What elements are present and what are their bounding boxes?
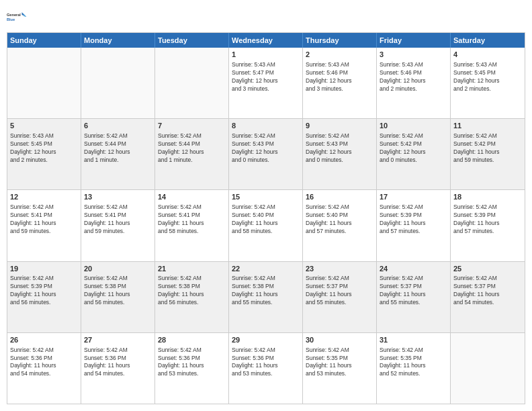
day-number: 27 [84, 335, 152, 345]
cell-info: Sunrise: 5:42 AM Sunset: 5:36 PM Dayligh… [84, 347, 152, 379]
cell-info: Sunrise: 5:42 AM Sunset: 5:38 PM Dayligh… [158, 275, 226, 307]
cell-info: Sunrise: 5:42 AM Sunset: 5:39 PM Dayligh… [10, 275, 78, 307]
table-row: 7Sunrise: 5:42 AM Sunset: 5:44 PM Daylig… [155, 119, 229, 189]
table-row: 24Sunrise: 5:42 AM Sunset: 5:37 PM Dayli… [377, 262, 451, 332]
day-number: 22 [232, 264, 300, 274]
header-thursday: Thursday [303, 33, 377, 48]
calendar-row-3: 12Sunrise: 5:42 AM Sunset: 5:41 PM Dayli… [7, 190, 525, 261]
day-number: 26 [10, 335, 78, 345]
table-row: 11Sunrise: 5:42 AM Sunset: 5:42 PM Dayli… [451, 119, 525, 189]
day-number: 21 [158, 264, 226, 274]
day-number: 19 [10, 264, 78, 274]
table-row: 23Sunrise: 5:42 AM Sunset: 5:37 PM Dayli… [303, 262, 377, 332]
svg-text:General: General [7, 13, 21, 17]
day-number: 29 [232, 335, 300, 345]
day-number: 30 [306, 335, 373, 345]
cell-info: Sunrise: 5:42 AM Sunset: 5:38 PM Dayligh… [84, 275, 152, 307]
cell-info: Sunrise: 5:42 AM Sunset: 5:36 PM Dayligh… [232, 347, 300, 379]
day-number: 23 [306, 264, 373, 274]
cell-info: Sunrise: 5:43 AM Sunset: 5:47 PM Dayligh… [232, 61, 300, 93]
day-number: 4 [453, 50, 522, 60]
table-row: 26Sunrise: 5:42 AM Sunset: 5:36 PM Dayli… [7, 333, 81, 404]
header-friday: Friday [377, 33, 451, 48]
calendar-row-5: 26Sunrise: 5:42 AM Sunset: 5:36 PM Dayli… [7, 333, 525, 404]
day-number: 10 [380, 121, 447, 131]
cell-info: Sunrise: 5:42 AM Sunset: 5:41 PM Dayligh… [84, 203, 152, 236]
day-number: 20 [84, 264, 152, 274]
cell-info: Sunrise: 5:42 AM Sunset: 5:37 PM Dayligh… [453, 275, 522, 307]
header-sunday: Sunday [7, 33, 81, 48]
calendar-row-4: 19Sunrise: 5:42 AM Sunset: 5:39 PM Dayli… [7, 262, 525, 333]
day-number: 24 [380, 264, 447, 274]
day-number: 11 [453, 121, 522, 131]
table-row [155, 48, 229, 118]
calendar: Sunday Monday Tuesday Wednesday Thursday… [7, 32, 525, 404]
table-row: 10Sunrise: 5:42 AM Sunset: 5:42 PM Dayli… [377, 119, 451, 189]
day-number: 16 [306, 192, 373, 202]
table-row: 8Sunrise: 5:42 AM Sunset: 5:43 PM Daylig… [229, 119, 303, 189]
cell-info: Sunrise: 5:42 AM Sunset: 5:42 PM Dayligh… [453, 132, 522, 165]
cell-info: Sunrise: 5:42 AM Sunset: 5:40 PM Dayligh… [306, 203, 373, 236]
day-number: 9 [306, 121, 373, 131]
table-row: 3Sunrise: 5:43 AM Sunset: 5:46 PM Daylig… [377, 48, 451, 118]
table-row: 15Sunrise: 5:42 AM Sunset: 5:40 PM Dayli… [229, 190, 303, 261]
cell-info: Sunrise: 5:42 AM Sunset: 5:39 PM Dayligh… [453, 203, 522, 236]
header-wednesday: Wednesday [229, 33, 303, 48]
day-number: 13 [84, 192, 152, 202]
table-row: 31Sunrise: 5:42 AM Sunset: 5:35 PM Dayli… [377, 333, 451, 404]
cell-info: Sunrise: 5:42 AM Sunset: 5:41 PM Dayligh… [158, 203, 226, 236]
header-tuesday: Tuesday [155, 33, 229, 48]
table-row: 12Sunrise: 5:42 AM Sunset: 5:41 PM Dayli… [7, 190, 81, 261]
calendar-header: Sunday Monday Tuesday Wednesday Thursday… [7, 33, 525, 48]
day-number: 12 [10, 192, 78, 202]
table-row [81, 48, 155, 118]
table-row: 28Sunrise: 5:42 AM Sunset: 5:36 PM Dayli… [155, 333, 229, 404]
calendar-body: 1Sunrise: 5:43 AM Sunset: 5:47 PM Daylig… [7, 48, 525, 404]
cell-info: Sunrise: 5:42 AM Sunset: 5:36 PM Dayligh… [10, 347, 78, 379]
cell-info: Sunrise: 5:42 AM Sunset: 5:42 PM Dayligh… [380, 132, 447, 165]
table-row: 19Sunrise: 5:42 AM Sunset: 5:39 PM Dayli… [7, 262, 81, 332]
cell-info: Sunrise: 5:42 AM Sunset: 5:44 PM Dayligh… [84, 132, 152, 165]
day-number: 3 [380, 50, 447, 60]
cell-info: Sunrise: 5:42 AM Sunset: 5:35 PM Dayligh… [306, 347, 373, 379]
cell-info: Sunrise: 5:42 AM Sunset: 5:41 PM Dayligh… [10, 203, 78, 236]
cell-info: Sunrise: 5:42 AM Sunset: 5:39 PM Dayligh… [380, 203, 447, 236]
cell-info: Sunrise: 5:43 AM Sunset: 5:46 PM Dayligh… [380, 61, 447, 93]
day-number: 8 [232, 121, 300, 131]
svg-marker-3 [23, 13, 26, 17]
table-row [7, 48, 81, 118]
table-row: 25Sunrise: 5:42 AM Sunset: 5:37 PM Dayli… [451, 262, 525, 332]
day-number: 6 [84, 121, 152, 131]
table-row: 21Sunrise: 5:42 AM Sunset: 5:38 PM Dayli… [155, 262, 229, 332]
day-number: 17 [380, 192, 447, 202]
header-monday: Monday [81, 33, 155, 48]
cell-info: Sunrise: 5:42 AM Sunset: 5:40 PM Dayligh… [232, 203, 300, 236]
day-number: 15 [232, 192, 300, 202]
day-number: 31 [380, 335, 447, 345]
cell-info: Sunrise: 5:42 AM Sunset: 5:38 PM Dayligh… [232, 275, 300, 307]
table-row [451, 333, 525, 404]
cell-info: Sunrise: 5:43 AM Sunset: 5:45 PM Dayligh… [10, 132, 78, 165]
table-row: 14Sunrise: 5:42 AM Sunset: 5:41 PM Dayli… [155, 190, 229, 261]
table-row: 20Sunrise: 5:42 AM Sunset: 5:38 PM Dayli… [81, 262, 155, 332]
table-row: 16Sunrise: 5:42 AM Sunset: 5:40 PM Dayli… [303, 190, 377, 261]
page: GeneralBlue Sunday Monday Tuesday Wednes… [0, 0, 532, 411]
table-row: 18Sunrise: 5:42 AM Sunset: 5:39 PM Dayli… [451, 190, 525, 261]
table-row: 2Sunrise: 5:43 AM Sunset: 5:46 PM Daylig… [303, 48, 377, 118]
day-number: 25 [453, 264, 522, 274]
table-row: 27Sunrise: 5:42 AM Sunset: 5:36 PM Dayli… [81, 333, 155, 404]
cell-info: Sunrise: 5:42 AM Sunset: 5:36 PM Dayligh… [158, 347, 226, 379]
table-row: 22Sunrise: 5:42 AM Sunset: 5:38 PM Dayli… [229, 262, 303, 332]
day-number: 5 [10, 121, 78, 131]
calendar-row-1: 1Sunrise: 5:43 AM Sunset: 5:47 PM Daylig… [7, 48, 525, 119]
table-row: 30Sunrise: 5:42 AM Sunset: 5:35 PM Dayli… [303, 333, 377, 404]
calendar-row-2: 5Sunrise: 5:43 AM Sunset: 5:45 PM Daylig… [7, 119, 525, 190]
day-number: 1 [232, 50, 300, 60]
day-number: 18 [453, 192, 522, 202]
table-row: 29Sunrise: 5:42 AM Sunset: 5:36 PM Dayli… [229, 333, 303, 404]
header: GeneralBlue [7, 7, 525, 27]
table-row: 9Sunrise: 5:42 AM Sunset: 5:43 PM Daylig… [303, 119, 377, 189]
cell-info: Sunrise: 5:43 AM Sunset: 5:46 PM Dayligh… [306, 61, 373, 93]
table-row: 1Sunrise: 5:43 AM Sunset: 5:47 PM Daylig… [229, 48, 303, 118]
cell-info: Sunrise: 5:42 AM Sunset: 5:37 PM Dayligh… [306, 275, 373, 307]
